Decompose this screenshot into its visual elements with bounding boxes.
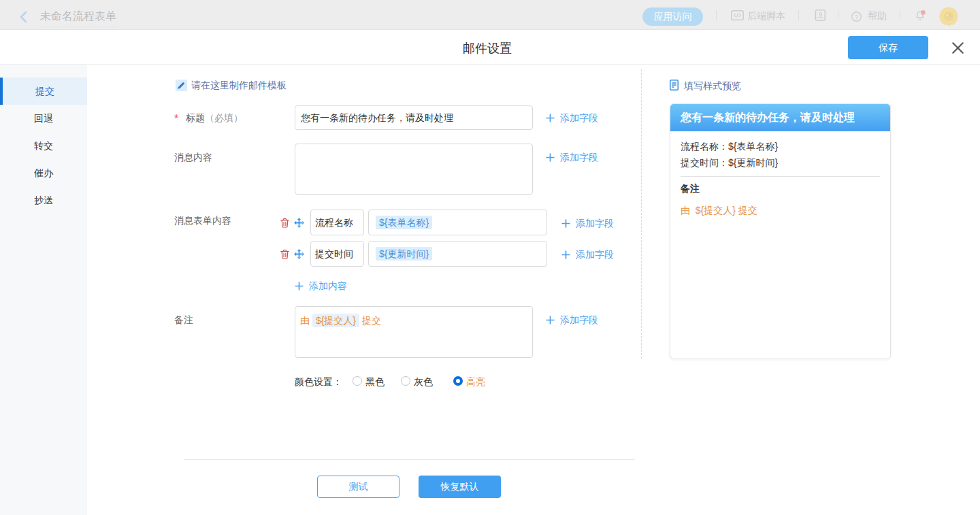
svg-text:?: ? <box>855 14 858 20</box>
